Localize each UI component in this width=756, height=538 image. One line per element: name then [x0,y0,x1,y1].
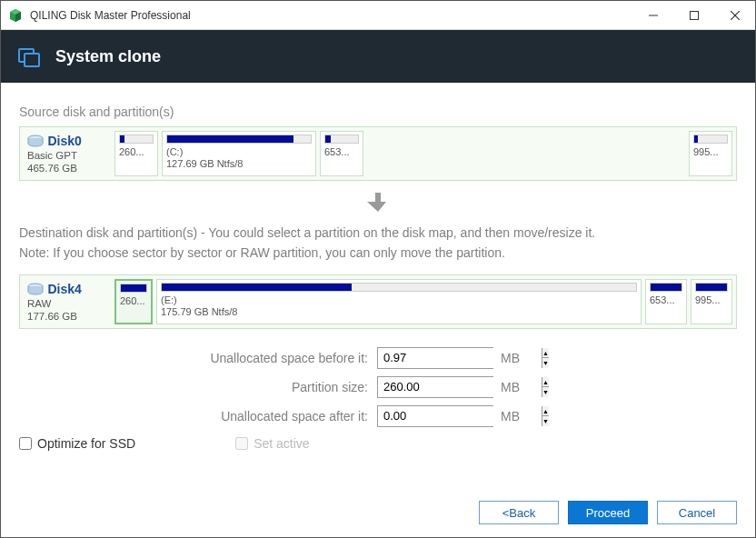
content-area: Source disk and partition(s) Disk0 Basic… [1,83,755,460]
source-partition-3[interactable]: 995... [689,131,732,176]
source-disk-name: Disk0 [47,134,81,148]
clone-icon [17,45,41,68]
destination-partition-3[interactable]: 995... [691,279,732,324]
close-icon [731,11,740,20]
proceed-button[interactable]: Proceed [568,501,648,524]
disk-icon [27,283,44,295]
after-spin-down[interactable]: ▼ [542,416,549,426]
page-header: System clone [1,30,755,83]
size-label: Partition size: [19,380,377,394]
before-spin-down[interactable]: ▼ [542,358,549,368]
set-active-checkbox [235,437,248,450]
before-spin-up[interactable]: ▲ [542,348,549,359]
after-spin-up[interactable]: ▲ [542,406,549,417]
source-disk-type: Basic GPT [27,149,107,162]
optimize-ssd-checkbox[interactable] [19,437,32,450]
destination-disk-type: RAW [27,297,107,310]
size-spin-down[interactable]: ▼ [542,387,549,397]
before-label: Unallocated space before it: [19,351,377,365]
destination-desc-1: Destination disk and partition(s) - You … [19,223,737,243]
before-input-wrap: ▲▼ [377,347,493,369]
source-disk-row: Disk0 Basic GPT 465.76 GB 260... (C:) 12… [19,126,737,181]
size-input-wrap: ▲▼ [377,376,493,398]
unit-label: MB [501,409,520,423]
footer-buttons: <Back Proceed Cancel [479,501,737,524]
page-title: System clone [55,47,161,66]
options-row: Optimize for SSD Set active [19,436,737,451]
destination-disk-size: 177.66 GB [27,310,107,323]
source-partition-2[interactable]: 653... [320,131,363,176]
minimize-button[interactable] [632,1,673,30]
size-spin-up[interactable]: ▲ [542,377,549,388]
app-window: QILING Disk Master Professional System c… [0,0,756,538]
svg-rect-5 [25,54,39,66]
disk-icon [27,134,44,147]
arrow-down [19,190,737,217]
cancel-button[interactable]: Cancel [657,501,737,524]
source-disk-info: Disk0 Basic GPT 465.76 GB [24,131,111,176]
source-label: Source disk and partition(s) [19,105,737,119]
maximize-icon [690,11,699,20]
after-input-wrap: ▲▼ [377,405,493,427]
destination-desc-2: Note: If you choose sector by sector or … [19,243,737,263]
resize-form: Unallocated space before it: ▲▼ MB Parti… [19,347,737,427]
unit-label: MB [501,351,520,365]
maximize-button[interactable] [673,1,714,30]
destination-partition-2[interactable]: 653... [645,279,687,324]
set-active-option: Set active [235,436,309,451]
destination-disk-info: Disk4 RAW 177.66 GB [24,279,111,324]
destination-partition-1[interactable]: (E:) 175.79 GB Ntfs/8 [156,279,642,324]
arrow-down-icon [366,190,390,214]
titlebar: QILING Disk Master Professional [1,1,755,30]
destination-disk-row: Disk4 RAW 177.66 GB 260... (E:) 175.79 G… [19,274,737,329]
app-icon [8,8,23,23]
svg-rect-1 [690,11,698,19]
source-partition-1[interactable]: (C:) 127.69 GB Ntfs/8 [162,131,316,176]
source-disk-size: 465.76 GB [27,162,107,174]
destination-disk-name: Disk4 [47,282,81,296]
source-partition-0[interactable]: 260... [114,131,158,176]
window-title: QILING Disk Master Professional [30,9,632,22]
after-label: Unallocated space after it: [19,409,377,423]
optimize-ssd-option[interactable]: Optimize for SSD [19,436,135,451]
close-button[interactable] [714,1,755,30]
minimize-icon [649,11,658,20]
destination-partition-0[interactable]: 260... [114,279,153,324]
back-button[interactable]: <Back [479,501,559,524]
unit-label: MB [501,380,520,394]
